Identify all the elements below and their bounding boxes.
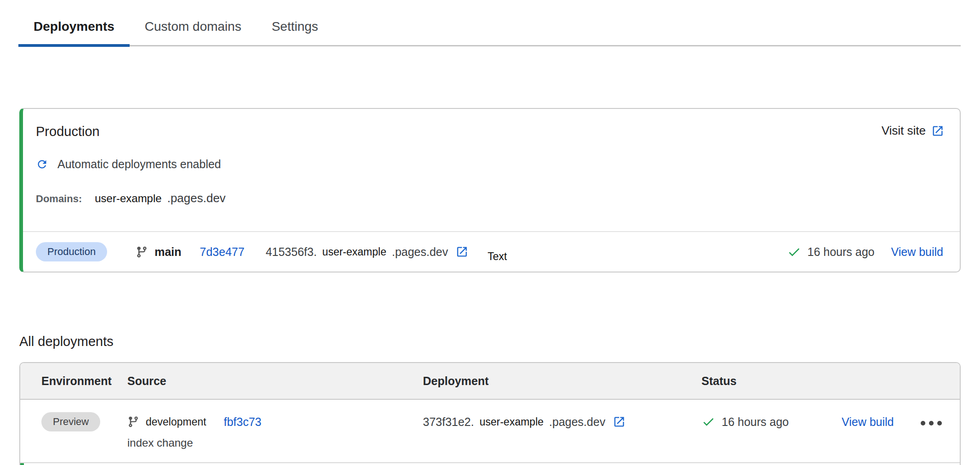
- tab-bar: Deployments Custom domains Settings: [18, 0, 961, 46]
- tab-settings[interactable]: Settings: [256, 13, 333, 45]
- environment-badge: Preview: [41, 412, 100, 431]
- deployment-suffix: .pages.dev: [549, 415, 605, 429]
- commit-link[interactable]: fbf3c73: [224, 415, 262, 429]
- text-annotation: Text: [488, 250, 507, 263]
- branch-name: development: [146, 416, 206, 428]
- tab-deployments[interactable]: Deployments: [18, 13, 130, 45]
- domains-label: Domains:: [36, 193, 82, 205]
- visit-site-link[interactable]: Visit site: [882, 124, 944, 138]
- next-row-stub: [20, 463, 960, 465]
- table-row: Preview development fbf3c73 index change…: [20, 400, 960, 462]
- production-title: Production: [36, 124, 943, 139]
- ellipsis-menu-icon[interactable]: [919, 414, 943, 429]
- column-deployment: Deployment: [423, 374, 701, 388]
- auto-deployments-text: Automatic deployments enabled: [57, 158, 221, 171]
- git-branch-icon: [136, 246, 148, 258]
- git-branch-icon: [127, 416, 139, 428]
- deployments-table: Environment Source Deployment Status Pre…: [19, 362, 961, 465]
- column-environment: Environment: [41, 374, 127, 388]
- external-link-icon[interactable]: [613, 415, 626, 428]
- deployment-id: 373f31e2.: [423, 415, 474, 429]
- deployment-domain: user-example: [479, 416, 543, 428]
- status-time: 16 hours ago: [808, 245, 875, 259]
- branch-name: main: [154, 245, 181, 259]
- all-deployments-title: All deployments: [19, 334, 980, 349]
- visit-site-label: Visit site: [882, 124, 926, 138]
- commit-link[interactable]: 7d3e477: [200, 245, 245, 259]
- status-time: 16 hours ago: [722, 415, 789, 429]
- check-icon: [701, 415, 715, 429]
- commit-message: index change: [127, 437, 423, 449]
- domain-name: user-example: [95, 192, 161, 205]
- deployment-suffix: .pages.dev: [392, 245, 448, 259]
- production-deployment-row: Production main 7d3e477 415356f3. user-e…: [23, 232, 960, 272]
- check-icon: [787, 245, 801, 259]
- production-card: Visit site Production Automatic deployme…: [19, 108, 961, 272]
- domain-suffix: .pages.dev: [167, 191, 226, 205]
- next-row-accent: [20, 463, 24, 465]
- column-status: Status: [701, 374, 842, 388]
- external-link-icon: [931, 125, 944, 137]
- refresh-icon: [36, 158, 48, 170]
- column-source: Source: [127, 374, 423, 388]
- deployment-domain: user-example: [322, 246, 386, 258]
- external-link-icon[interactable]: [456, 245, 468, 258]
- view-build-link[interactable]: View build: [891, 245, 943, 259]
- environment-badge: Production: [36, 242, 107, 261]
- tab-custom-domains[interactable]: Custom domains: [130, 13, 256, 45]
- view-build-link[interactable]: View build: [842, 415, 894, 429]
- deployment-id: 415356f3.: [266, 245, 317, 259]
- table-header: Environment Source Deployment Status: [20, 363, 960, 400]
